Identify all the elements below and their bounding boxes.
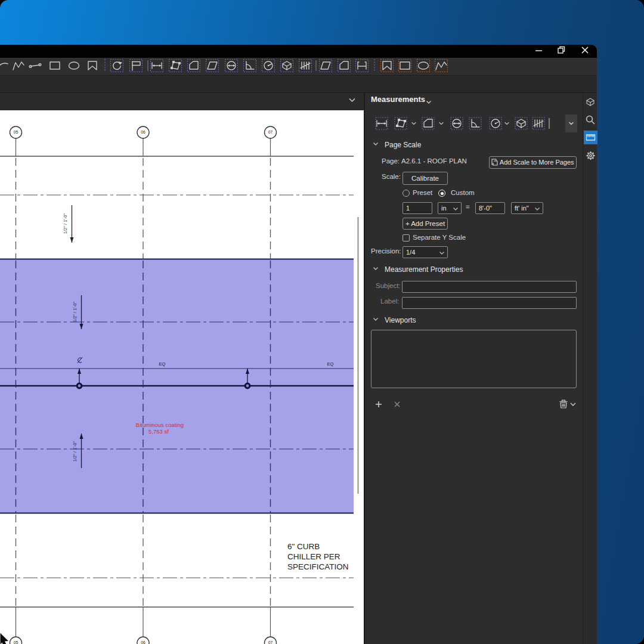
svg-text:Bituminous coating: Bituminous coating [136,422,184,428]
svg-text:07: 07 [268,130,273,134]
svg-text:06: 06 [141,130,145,134]
svg-text:07: 07 [268,640,273,644]
svg-text:EQ: EQ [327,361,334,367]
svg-text:1/2" / 1'-0": 1/2" / 1'-0" [72,302,78,323]
svg-text:6" CURB: 6" CURB [287,542,320,551]
svg-text:5,763 sf: 5,763 sf [148,428,169,435]
svg-text:05: 05 [14,640,18,644]
svg-text:1/2" / 1'-0": 1/2" / 1'-0" [72,441,78,462]
svg-text:1/2" / 1'-0": 1/2" / 1'-0" [63,213,68,234]
svg-text:06: 06 [141,640,145,644]
svg-text:SPECIFICATION: SPECIFICATION [287,562,349,571]
svg-text:05: 05 [14,130,18,134]
svg-text:EQ: EQ [159,361,166,367]
svg-text:CHILLER PER: CHILLER PER [287,552,340,561]
